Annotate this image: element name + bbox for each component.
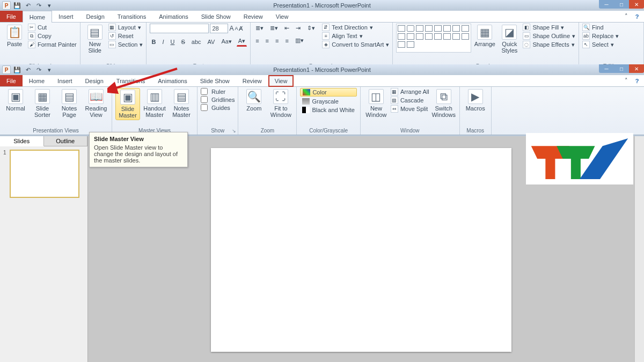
guides-checkbox[interactable]: Guides [201, 104, 235, 111]
case-button[interactable]: Aa▾ [219, 37, 233, 46]
columns-button[interactable]: ▥▾ [294, 36, 305, 45]
qat-dropdown-icon[interactable]: ▾ [45, 1, 54, 10]
shape-outline-button[interactable]: ▭Shape Outline ▾ [523, 32, 575, 40]
find-button[interactable]: 🔍Find [582, 24, 619, 31]
qat-dropdown-icon-2[interactable]: ▾ [45, 65, 54, 74]
macros-button[interactable]: ▶Macros [463, 88, 488, 112]
show-dialog-icon[interactable]: ↘ [232, 128, 236, 134]
bw-button[interactable]: Black and White [300, 106, 356, 114]
color-button[interactable]: Color [300, 88, 356, 97]
slide-sorter-button[interactable]: ▦Slide Sorter [30, 88, 55, 118]
font-family-input[interactable] [150, 24, 209, 33]
move-split-button[interactable]: ⇔Move Split [391, 105, 429, 113]
arrange-all-button[interactable]: ▦Arrange All [391, 88, 429, 95]
new-window-button[interactable]: ◫New Window [364, 88, 389, 118]
gridlines-checkbox[interactable]: Gridlines [201, 96, 235, 103]
reset-button[interactable]: ↺Reset [108, 32, 143, 40]
shape-fill-button[interactable]: ◧Shape Fill ▾ [523, 24, 575, 31]
tab-animations[interactable]: Animations [152, 11, 194, 22]
save-icon[interactable]: 💾 [13, 1, 21, 10]
slide-thumbnail-1[interactable]: 1 [3, 150, 84, 198]
italic-button[interactable]: I [160, 38, 165, 46]
indent-in-button[interactable]: ⇥ [294, 24, 302, 33]
close-button-2[interactable]: ✕ [629, 64, 644, 73]
tab2-slideshow[interactable]: Slide Show [194, 75, 236, 86]
tab2-animations[interactable]: Animations [151, 75, 193, 86]
section-button[interactable]: ▭Section ▾ [108, 41, 143, 48]
layout-button[interactable]: ▦Layout ▾ [108, 24, 143, 31]
notes-page-button[interactable]: ▤Notes Page [57, 88, 82, 118]
numbering-button[interactable]: ≣▾ [268, 24, 280, 33]
tab-review[interactable]: Review [237, 11, 269, 22]
align-text-button[interactable]: ≡Align Text ▾ [322, 32, 389, 40]
bullets-button[interactable]: ≣▾ [254, 24, 265, 33]
replace-button[interactable]: abReplace ▾ [582, 32, 619, 40]
tab2-insert[interactable]: Insert [51, 75, 79, 86]
quick-styles-button[interactable]: ◪Quick Styles [498, 24, 521, 54]
font-size-input[interactable]: 28 [210, 24, 228, 33]
grayscale-button[interactable]: Grayscale [300, 98, 356, 105]
close-button[interactable]: ✕ [629, 0, 644, 9]
clear-format-icon[interactable]: A̸ [239, 25, 243, 32]
cut-button[interactable]: ✂Cut [28, 24, 77, 31]
tab-design[interactable]: Design [80, 11, 111, 22]
shrink-font-icon[interactable]: A [235, 26, 238, 31]
justify-button[interactable]: ≡ [283, 36, 290, 45]
redo-icon-2[interactable]: ↷ [34, 65, 43, 74]
help-icon-2[interactable]: ? [633, 78, 641, 84]
font-color-button[interactable]: A▾ [237, 36, 247, 47]
bold-button[interactable]: B [150, 38, 157, 46]
align-center-button[interactable]: ≡ [264, 36, 270, 45]
select-button[interactable]: ↖Select ▾ [582, 41, 619, 48]
ruler-checkbox[interactable]: Ruler [201, 88, 235, 95]
line-spacing-button[interactable]: ⇕▾ [305, 24, 317, 33]
slides-tab[interactable]: Slides [0, 136, 44, 146]
align-left-button[interactable]: ≡ [254, 36, 260, 45]
new-slide-button[interactable]: ▤ New Slide [84, 24, 106, 54]
slide-master-button[interactable]: ▣Slide Master [115, 88, 140, 120]
maximize-button-2[interactable]: □ [614, 64, 629, 73]
help-icon[interactable]: ? [633, 13, 641, 20]
fit-window-button[interactable]: ⛶Fit to Window [268, 88, 293, 118]
tab2-review[interactable]: Review [236, 75, 268, 86]
tab-home[interactable]: Home [23, 11, 52, 23]
slide-canvas[interactable] [211, 148, 511, 352]
tab2-design[interactable]: Design [79, 75, 110, 86]
maximize-button[interactable]: □ [614, 0, 629, 9]
shape-effects-button[interactable]: ◌Shape Effects ▾ [523, 41, 575, 48]
arrange-button[interactable]: ▦Arrange [473, 24, 496, 47]
spacing-button[interactable]: AV [206, 38, 217, 46]
indent-out-button[interactable]: ⇤ [283, 24, 291, 33]
handout-master-button[interactable]: ▥Handout Master [142, 88, 167, 118]
shadow-button[interactable]: abc [190, 38, 203, 46]
tab2-home[interactable]: Home [23, 75, 51, 86]
tab2-file[interactable]: File [0, 75, 23, 86]
vertical-scrollbar[interactable] [634, 136, 644, 362]
paste-button[interactable]: 📋 Paste [3, 24, 26, 47]
tab-view[interactable]: View [269, 11, 295, 22]
zoom-button[interactable]: 🔍Zoom [241, 88, 266, 112]
minimize-ribbon-icon[interactable]: ˄ [623, 13, 630, 20]
align-right-button[interactable]: ≡ [274, 36, 280, 45]
grow-font-icon[interactable]: A [229, 25, 233, 32]
switch-windows-button[interactable]: ⧉Switch Windows [431, 88, 456, 118]
tab2-view[interactable]: View [268, 75, 294, 87]
cascade-button[interactable]: ▧Cascade [391, 97, 429, 104]
minimize-button-2[interactable]: ─ [599, 64, 614, 73]
tab-file[interactable]: File [0, 11, 23, 22]
tab-transitions[interactable]: Transitions [111, 11, 152, 22]
undo-icon[interactable]: ↶ [24, 1, 32, 10]
undo-icon-2[interactable]: ↶ [24, 65, 32, 74]
reading-view-button[interactable]: 📖Reading View [84, 88, 108, 118]
redo-icon[interactable]: ↷ [34, 1, 43, 10]
minimize-ribbon-icon-2[interactable]: ˄ [623, 77, 630, 84]
smartart-button[interactable]: ◈Convert to SmartArt ▾ [322, 41, 389, 48]
strike-button[interactable]: S [179, 38, 186, 46]
tab2-transitions[interactable]: Transitions [110, 75, 151, 86]
format-painter-button[interactable]: 🖌Format Painter [28, 41, 77, 48]
copy-button[interactable]: ⧉Copy [28, 32, 77, 40]
underline-button[interactable]: U [169, 38, 176, 46]
tab-slideshow[interactable]: Slide Show [195, 11, 237, 22]
minimize-button[interactable]: ─ [599, 0, 614, 9]
normal-view-button[interactable]: ▣Normal [3, 88, 28, 112]
